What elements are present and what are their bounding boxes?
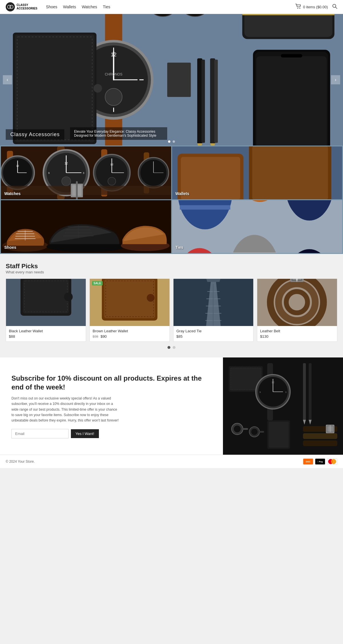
search-icon <box>332 5 337 10</box>
svg-point-83 <box>108 177 116 185</box>
categories-grid: 12 12 9 3 12 <box>0 146 343 254</box>
svg-rect-61 <box>281 54 302 57</box>
product-image-leather-belt <box>257 279 337 326</box>
product-info-leather-belt: Leather Belt $130 <box>257 326 337 341</box>
product-name-gray-tie: Gray Laced Tie <box>176 329 250 333</box>
hero-title: Classy Accessories <box>6 129 64 140</box>
subscribe-description: Don't miss out on our exclusive weekly s… <box>11 396 120 423</box>
svg-rect-44 <box>313 14 315 15</box>
product-name-leather-belt: Leather Belt <box>260 329 334 333</box>
category-ties[interactable]: Ties <box>172 200 342 253</box>
cart-icon <box>295 4 302 10</box>
sale-badge-brown-wallet: SALE <box>92 281 103 285</box>
svg-point-202 <box>251 429 258 435</box>
shoes-label: Shoes <box>4 245 16 250</box>
search-button[interactable] <box>332 4 337 10</box>
svg-rect-93 <box>76 181 78 199</box>
payment-discover: DISC <box>303 458 313 465</box>
site-footer: © 2024 Your Store. DISC  Pay <box>0 455 343 468</box>
cart-count: 0 items ($0.00) <box>303 5 328 9</box>
svg-text:12: 12 <box>110 163 113 166</box>
hero-prev-button[interactable]: ‹ <box>3 75 12 84</box>
svg-rect-51 <box>167 63 191 97</box>
nav-watches[interactable]: Watches <box>82 5 97 9</box>
nav-shoes[interactable]: Shoes <box>46 5 57 9</box>
svg-point-199 <box>234 426 241 432</box>
copyright: © 2024 Your Store. <box>6 460 35 464</box>
svg-rect-102 <box>252 146 328 199</box>
products-carousel-dots <box>6 346 337 349</box>
svg-rect-200 <box>242 428 248 430</box>
product-image-black-wallet <box>6 279 86 326</box>
svg-rect-158 <box>23 279 69 313</box>
email-input[interactable] <box>11 429 69 438</box>
staff-picks-header: Staff Picks What every man needs <box>6 263 337 274</box>
svg-rect-36 <box>262 14 263 15</box>
products-grid: Black Leather Wallet $88 SALE <box>6 279 337 342</box>
logo-icon <box>6 2 15 11</box>
subscribe-form: Yes I Want! <box>11 429 212 438</box>
svg-rect-46 <box>326 14 328 15</box>
svg-text:3: 3 <box>83 172 84 174</box>
svg-rect-160 <box>64 293 73 301</box>
cart-button[interactable]: 0 items ($0.00) <box>295 4 328 10</box>
product-card-brown-wallet[interactable]: SALE Brown Leather Wallet $98 $90 <box>89 279 170 342</box>
watches-label: Watches <box>4 191 21 196</box>
svg-rect-49 <box>93 84 102 93</box>
subscribe-button[interactable]: Yes I Want! <box>71 429 99 438</box>
products-dot-1[interactable] <box>167 346 170 349</box>
svg-point-1 <box>10 5 13 9</box>
product-price-brown-wallet: $98 $90 <box>93 334 167 339</box>
svg-rect-45 <box>320 14 321 15</box>
hero-dot-2[interactable] <box>173 140 175 143</box>
product-info-black-wallet: Black Leather Wallet $88 <box>6 326 86 341</box>
svg-rect-90 <box>1 186 171 195</box>
ties-label: Ties <box>176 245 184 250</box>
product-image-brown-wallet: SALE <box>90 279 169 326</box>
nav-ties[interactable]: Ties <box>103 5 110 9</box>
product-name-black-wallet: Black Leather Wallet <box>9 329 83 333</box>
sale-price-brown-wallet: $90 <box>101 334 107 339</box>
svg-rect-39 <box>281 14 283 15</box>
product-info-gray-tie: Gray Laced Tie $85 <box>174 326 253 341</box>
svg-rect-38 <box>274 14 276 15</box>
product-name-brown-wallet: Brown Leather Wallet <box>93 329 167 333</box>
chevron-right-icon: › <box>335 77 336 82</box>
site-header: CLASSY ACCESSORIES Shoes Wallets Watches… <box>0 0 343 14</box>
logo[interactable]: CLASSY ACCESSORIES <box>6 2 37 11</box>
svg-point-22 <box>105 88 122 106</box>
hero-dots <box>168 140 175 143</box>
svg-text:9: 9 <box>260 391 261 393</box>
svg-text:12: 12 <box>16 164 19 167</box>
svg-point-2 <box>298 8 298 9</box>
product-price-leather-belt: $130 <box>260 334 334 339</box>
svg-point-74 <box>62 177 71 186</box>
products-dot-2[interactable] <box>173 346 176 349</box>
header-actions: 0 items ($0.00) <box>295 4 337 10</box>
logo-text: CLASSY ACCESSORIES <box>17 3 37 10</box>
svg-rect-165 <box>147 294 155 302</box>
payment-icons: DISC  Pay <box>303 458 337 465</box>
category-shoes[interactable]: Shoes <box>1 200 171 253</box>
subscribe-image: 12 9 3 <box>223 357 343 455</box>
product-card-gray-tie[interactable]: Gray Laced Tie $85 <box>173 279 254 342</box>
svg-text:12: 12 <box>111 52 116 57</box>
chevron-left-icon: ‹ <box>7 77 8 82</box>
svg-rect-43 <box>307 14 308 15</box>
hero-carousel: 12 CHRONOS <box>0 14 343 146</box>
svg-rect-40 <box>287 14 289 15</box>
svg-point-3 <box>300 8 300 9</box>
hero-next-button[interactable]: › <box>331 75 340 84</box>
svg-rect-196 <box>309 363 312 420</box>
svg-rect-37 <box>268 14 270 15</box>
product-card-black-wallet[interactable]: Black Leather Wallet $88 <box>6 279 86 342</box>
svg-rect-194 <box>303 363 306 420</box>
product-card-leather-belt[interactable]: Leather Belt $130 <box>257 279 337 342</box>
hero-dot-1[interactable] <box>168 140 170 143</box>
staff-picks-subtitle: What every man needs <box>6 270 337 274</box>
svg-rect-205 <box>269 422 289 448</box>
category-watches[interactable]: 12 12 9 3 12 <box>1 146 171 199</box>
subscribe-title: Subscribe for 10% discount on all produc… <box>11 374 212 391</box>
category-wallets[interactable]: Wallets <box>172 146 342 199</box>
nav-wallets[interactable]: Wallets <box>63 5 76 9</box>
